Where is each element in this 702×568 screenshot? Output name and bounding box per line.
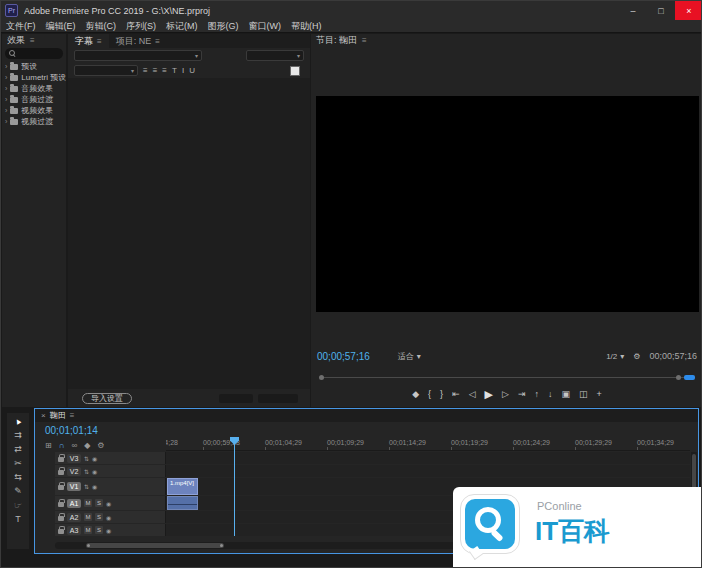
- chevron-right-icon[interactable]: ›: [5, 107, 7, 114]
- video-clip[interactable]: 1.mp4[V]: [167, 478, 198, 495]
- scrub-zoom-handle[interactable]: [684, 375, 695, 380]
- effects-item-lumetri-presets[interactable]: › Lumetri 预设: [2, 72, 66, 83]
- selection-tool[interactable]: ►: [12, 416, 24, 427]
- track-header-v2[interactable]: V2 ⇅ ◉: [55, 465, 165, 477]
- caption-footer-button-2[interactable]: [258, 394, 298, 403]
- menu-marker[interactable]: 标记(M): [161, 20, 203, 33]
- chevron-right-icon[interactable]: ›: [5, 63, 7, 70]
- mark-out-button[interactable]: }: [440, 389, 443, 399]
- track-header-v3[interactable]: V3 ⇅ ◉: [55, 452, 165, 464]
- panel-menu-icon[interactable]: ≡: [97, 37, 102, 46]
- hand-tool[interactable]: ☞: [14, 500, 22, 510]
- ripple-edit-tool[interactable]: ⇄: [14, 444, 22, 454]
- panel-menu-icon[interactable]: ≡: [362, 36, 367, 45]
- program-scrub-bar[interactable]: [319, 374, 695, 381]
- track-label[interactable]: V3: [67, 454, 81, 463]
- effects-item-audio-transitions[interactable]: › 音频过渡: [2, 94, 66, 105]
- tab-captions[interactable]: 字幕 ≡: [68, 34, 109, 48]
- add-marker-button[interactable]: ◆: [412, 389, 419, 399]
- lift-button[interactable]: ↑: [535, 389, 540, 399]
- track-header-a1[interactable]: A1 M S ◉: [55, 496, 165, 510]
- caption-display-dropdown[interactable]: ▾: [246, 50, 304, 61]
- audio-clip[interactable]: [167, 496, 198, 510]
- track-lane-v3[interactable]: [165, 452, 690, 464]
- menu-clip[interactable]: 剪辑(C): [81, 20, 122, 33]
- fit-zoom-dropdown[interactable]: 适合 ▾: [398, 351, 421, 362]
- track-lock-icon[interactable]: [58, 502, 64, 507]
- menu-edit[interactable]: 编辑(E): [41, 20, 81, 33]
- align-left-icon[interactable]: ≡: [143, 66, 148, 75]
- timeline-ruler[interactable]: 00;00;54;28 00;00;59;28 00;01;04;29 00;0…: [166, 437, 690, 451]
- track-label[interactable]: V2: [67, 467, 81, 476]
- text-style-bold-icon[interactable]: T: [172, 66, 177, 75]
- chevron-right-icon[interactable]: ›: [5, 85, 7, 92]
- track-label[interactable]: A2: [67, 513, 81, 522]
- go-to-in-button[interactable]: ⇤: [452, 389, 460, 399]
- track-label[interactable]: A1: [67, 499, 81, 508]
- pen-tool[interactable]: ✎: [14, 486, 22, 496]
- scrollbar-handle[interactable]: [86, 543, 224, 548]
- track-header-v1[interactable]: V1 ⇅ ◉: [55, 478, 165, 495]
- track-output-icon[interactable]: ◉: [106, 527, 111, 534]
- track-output-icon[interactable]: ◉: [92, 483, 97, 490]
- chevron-right-icon[interactable]: ›: [5, 118, 7, 125]
- mute-button[interactable]: M: [84, 526, 92, 534]
- track-output-icon[interactable]: ◉: [106, 500, 111, 507]
- scrollbar-handle[interactable]: [692, 454, 696, 490]
- close-icon[interactable]: ×: [41, 411, 46, 420]
- panel-menu-icon[interactable]: ≡: [70, 411, 75, 420]
- timeline-tab-label[interactable]: 鞠田: [50, 410, 66, 421]
- add-marker-icon[interactable]: ◆: [84, 441, 90, 450]
- track-header-a2[interactable]: A2 M S ◉: [55, 511, 165, 523]
- track-header-a3[interactable]: A3 M S ◉: [55, 524, 165, 536]
- export-frame-button[interactable]: ▣: [562, 389, 571, 399]
- track-lock-icon[interactable]: [58, 516, 64, 521]
- step-forward-button[interactable]: ▷: [502, 389, 509, 399]
- track-lock-icon[interactable]: [58, 470, 64, 475]
- resolution-dropdown[interactable]: 1/2 ▾: [606, 352, 624, 361]
- track-label[interactable]: V1: [67, 482, 81, 491]
- solo-button[interactable]: S: [95, 526, 103, 534]
- effects-item-presets[interactable]: › 预设: [2, 61, 66, 72]
- mark-in-button[interactable]: {: [428, 389, 431, 399]
- text-color-swatch[interactable]: [290, 66, 300, 76]
- scrub-end-dot[interactable]: [676, 375, 681, 380]
- timeline-current-timecode[interactable]: 00;01;01;14: [45, 425, 98, 436]
- program-current-timecode[interactable]: 00;00;57;16: [317, 351, 370, 362]
- nest-toggle-icon[interactable]: ⊞: [45, 441, 52, 450]
- menu-help[interactable]: 帮助(H): [286, 20, 327, 33]
- mute-button[interactable]: M: [84, 499, 92, 507]
- snap-toggle-icon[interactable]: ∩: [59, 441, 65, 450]
- align-center-icon[interactable]: ≡: [153, 66, 158, 75]
- sync-lock-icon[interactable]: ⇅: [84, 455, 89, 462]
- slip-tool[interactable]: ⇆: [14, 472, 22, 482]
- minimize-button[interactable]: –: [619, 1, 647, 20]
- menu-window[interactable]: 窗口(W): [244, 20, 287, 33]
- solo-button[interactable]: S: [95, 513, 103, 521]
- sync-lock-icon[interactable]: ⇅: [84, 483, 89, 490]
- menu-file[interactable]: 文件(F): [1, 20, 41, 33]
- caption-edit-area[interactable]: [68, 78, 310, 389]
- caption-font-dropdown[interactable]: ▾: [74, 65, 138, 76]
- effects-search-input[interactable]: [5, 48, 63, 59]
- track-lane-v2[interactable]: [165, 465, 690, 477]
- caption-footer-button-1[interactable]: [219, 394, 253, 403]
- text-style-italic-icon[interactable]: I: [182, 66, 184, 75]
- go-to-out-button[interactable]: ⇥: [518, 389, 526, 399]
- track-select-forward-tool[interactable]: ⇉: [14, 430, 22, 440]
- align-right-icon[interactable]: ≡: [162, 66, 167, 75]
- effects-item-audio-effects[interactable]: › 音频效果: [2, 83, 66, 94]
- extract-button[interactable]: ↓: [548, 389, 553, 399]
- import-settings-button[interactable]: 导入设置: [82, 393, 132, 404]
- chevron-right-icon[interactable]: ›: [5, 74, 7, 81]
- chevron-right-icon[interactable]: ›: [5, 96, 7, 103]
- solo-button[interactable]: S: [95, 499, 103, 507]
- razor-tool[interactable]: ✂: [14, 458, 22, 468]
- track-output-icon[interactable]: ◉: [92, 455, 97, 462]
- track-lock-icon[interactable]: [58, 529, 64, 534]
- sync-lock-icon[interactable]: ⇅: [84, 468, 89, 475]
- button-editor-button[interactable]: +: [597, 389, 602, 399]
- track-label[interactable]: A3: [67, 526, 81, 535]
- panel-menu-icon[interactable]: ≡: [30, 36, 35, 45]
- comparison-view-button[interactable]: ◫: [579, 389, 588, 399]
